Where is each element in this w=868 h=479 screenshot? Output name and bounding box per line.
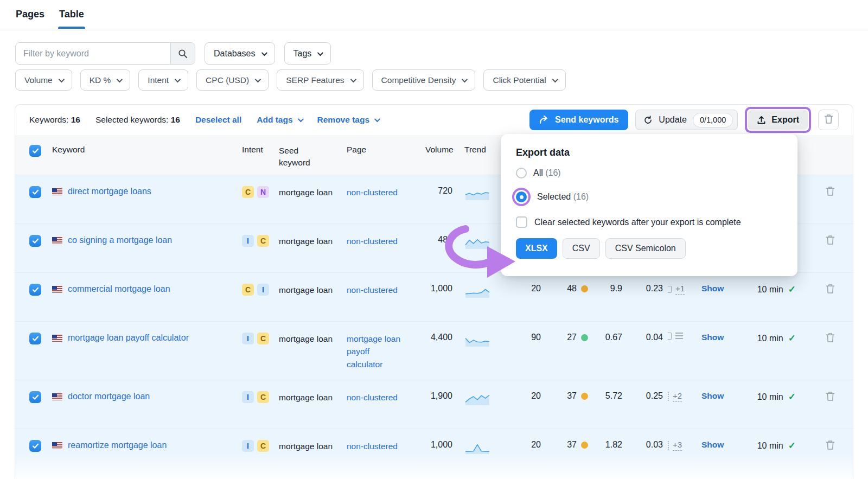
- chevron-down-icon: [261, 49, 267, 55]
- trash-icon: [824, 114, 833, 126]
- competitive-density-cell: 0.25: [622, 391, 663, 429]
- export-option-selected[interactable]: Selected (16): [516, 188, 782, 206]
- keyword-link[interactable]: reamortize mortgage loan: [68, 440, 167, 451]
- cpc-cell: 1.82: [588, 440, 622, 479]
- filter-row-secondary: VolumeKD %IntentCPC (USD)SERP FeaturesCo…: [15, 69, 566, 91]
- update-quota-badge: 0/1,000: [693, 113, 733, 127]
- send-keywords-button[interactable]: Send keywords: [529, 110, 628, 130]
- row-checkbox[interactable]: [29, 333, 41, 344]
- row-checkbox[interactable]: [29, 235, 41, 247]
- keyword-link[interactable]: doctor mortgage loan: [68, 391, 150, 403]
- delete-all-button[interactable]: [818, 110, 839, 130]
- tab-table[interactable]: Table: [59, 0, 84, 28]
- row-delete-button[interactable]: [800, 440, 853, 450]
- export-format-xlsx[interactable]: XLSX: [516, 238, 557, 259]
- export-button[interactable]: Export: [748, 110, 808, 130]
- show-link[interactable]: Show: [695, 391, 737, 401]
- chevron-down-icon: [58, 76, 64, 82]
- serp-extra-count[interactable]: +2: [673, 391, 682, 402]
- serp-extra-count[interactable]: +1: [675, 284, 685, 295]
- show-link[interactable]: Show: [695, 440, 737, 450]
- header-trend[interactable]: Trend: [456, 145, 496, 175]
- serp-extra-count[interactable]: +3: [673, 440, 682, 451]
- remove-tags-dropdown[interactable]: Remove tags: [317, 115, 379, 125]
- row-delete-button[interactable]: [800, 235, 853, 245]
- filter-dropdown-competitive-density[interactable]: Competitive Density: [372, 69, 476, 91]
- header-keyword[interactable]: Keyword: [46, 145, 242, 175]
- keyword-link[interactable]: co signing a mortgage loan: [68, 235, 172, 246]
- page-link[interactable]: non-clustered: [347, 235, 398, 247]
- add-tags-dropdown[interactable]: Add tags: [257, 115, 302, 125]
- page-link[interactable]: non-clustered: [347, 186, 398, 199]
- page-link[interactable]: non-clustered: [347, 391, 398, 404]
- clear-selected-checkbox[interactable]: [516, 216, 527, 228]
- export-format-csv-semicolon[interactable]: CSV Semicolon: [605, 238, 686, 259]
- row-delete-button[interactable]: [800, 186, 853, 196]
- intent-badge-i: I: [242, 333, 254, 344]
- row-delete-button[interactable]: [800, 391, 853, 401]
- row-checkbox[interactable]: [29, 440, 41, 452]
- filter-dropdown-intent[interactable]: Intent: [138, 69, 188, 91]
- header-volume[interactable]: Volume: [425, 145, 456, 175]
- keyword-link[interactable]: direct mortgage loans: [68, 186, 151, 197]
- deselect-all-link[interactable]: Deselect all: [195, 115, 241, 125]
- search-button[interactable]: [170, 43, 195, 64]
- intent-badge-c: C: [242, 284, 254, 296]
- keyword-link[interactable]: mortgage loan payoff calculator: [68, 333, 189, 344]
- trend-sparkline: [464, 392, 490, 406]
- trend-cell: [456, 235, 496, 272]
- intent-badge-c: C: [257, 235, 269, 247]
- filter-dropdown-tags[interactable]: Tags: [284, 42, 331, 65]
- select-all-checkbox[interactable]: [29, 145, 41, 157]
- filter-dropdown-volume[interactable]: Volume: [15, 69, 72, 91]
- filter-dropdown-kd-[interactable]: KD %: [80, 69, 131, 91]
- show-link[interactable]: Show: [695, 284, 737, 293]
- search-input[interactable]: [16, 43, 170, 64]
- serp-more-divider-icon: [668, 392, 669, 401]
- table-toolbar: Keywords: 16 Selected keywords: 16 Desel…: [15, 105, 853, 135]
- row-checkbox[interactable]: [29, 186, 41, 198]
- chevron-down-icon: [317, 49, 323, 55]
- row-delete-button[interactable]: [800, 333, 853, 343]
- check-icon: ✓: [788, 440, 796, 451]
- header-seed-keyword[interactable]: Seed keyword: [279, 145, 344, 175]
- radio-unselected[interactable]: [516, 168, 527, 178]
- row-checkbox[interactable]: [29, 391, 41, 403]
- intent-badge-c: C: [257, 333, 269, 344]
- filter-dropdown-databases[interactable]: Databases: [205, 42, 275, 65]
- serp-features-cell: +3: [663, 440, 695, 451]
- keyword-filter: [15, 42, 195, 65]
- page-link[interactable]: mortgage loan payoff calculator: [347, 333, 405, 371]
- intent-badge-i: I: [257, 284, 269, 296]
- filter-dropdown-serp-features[interactable]: SERP Features: [277, 69, 363, 91]
- row-delete-button[interactable]: [800, 284, 853, 294]
- kd-cell: 48: [541, 284, 588, 293]
- clear-selected-checkbox-row[interactable]: Clear selected keywords after your expor…: [516, 216, 782, 228]
- filter-dropdown-click-potential[interactable]: Click Potential: [483, 69, 565, 91]
- header-page[interactable]: Page: [344, 145, 425, 175]
- radio-selected[interactable]: [516, 191, 527, 202]
- us-flag-icon: [52, 335, 62, 342]
- keyword-link[interactable]: commercial mortgage loan: [68, 284, 170, 295]
- serp-snippet-icon: [675, 333, 683, 340]
- chevron-down-icon: [255, 76, 261, 82]
- export-option-all[interactable]: All (16): [516, 168, 782, 178]
- header-intent[interactable]: Intent: [242, 145, 279, 175]
- update-button[interactable]: Update 0/1,000: [635, 110, 738, 130]
- export-format-csv[interactable]: CSV: [563, 238, 600, 259]
- row-checkbox[interactable]: [29, 284, 41, 296]
- page-link[interactable]: non-clustered: [347, 284, 398, 296]
- show-link[interactable]: Show: [695, 333, 737, 342]
- tab-pages[interactable]: Pages: [16, 0, 44, 28]
- kd-dot: [581, 442, 588, 449]
- intent-badge-c: C: [242, 186, 254, 198]
- table-row: reamortize mortgage loanICmortgage loann…: [15, 429, 853, 479]
- export-highlight-box: Export: [745, 107, 811, 133]
- trash-icon: [826, 186, 835, 196]
- kd-dot: [581, 393, 588, 400]
- serp-sitelinks-icon: [668, 333, 672, 340]
- page-link[interactable]: non-clustered: [347, 440, 398, 452]
- trend-sparkline: [464, 284, 490, 298]
- serp-features-cell: [663, 333, 695, 340]
- filter-dropdown-cpc-usd-[interactable]: CPC (USD): [196, 69, 269, 91]
